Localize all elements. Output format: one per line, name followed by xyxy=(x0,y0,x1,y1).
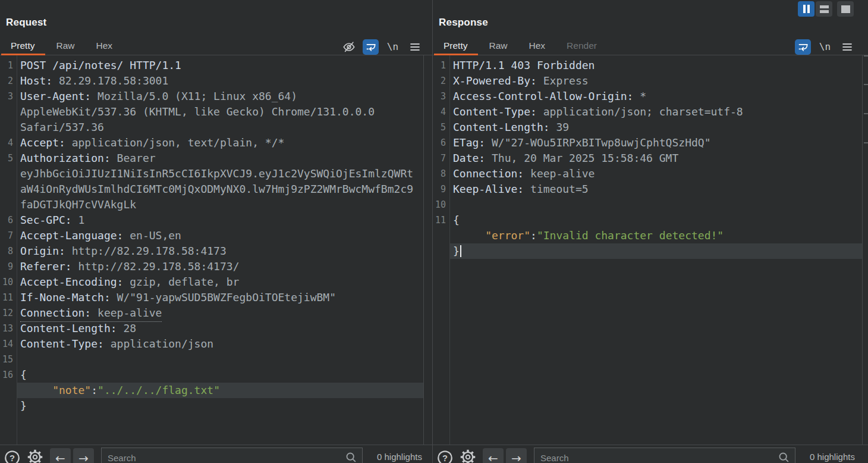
previous-match-button[interactable]: ← xyxy=(50,448,71,463)
text-caret xyxy=(460,245,461,257)
editor-row: 4Accept: application/json, text/plain, *… xyxy=(0,135,423,151)
line-number: 6 xyxy=(433,135,446,151)
editor-row: "note":"../../../flag.txt" xyxy=(0,383,423,398)
wrap-icon[interactable] xyxy=(795,39,811,55)
editor-row: 1POST /api/notes/ HTTP/1.1 xyxy=(0,58,423,73)
editor-row: 4Content-Type: application/json; charset… xyxy=(433,104,862,120)
request-panel-title: Request xyxy=(6,17,46,29)
editor-row: 11If-None-Match: W/"91-yapwSUD5BWZFegbOi… xyxy=(0,290,423,305)
editor-row: 3User-Agent: Mozilla/5.0 (X11; Linux x86… xyxy=(0,89,423,104)
help-icon[interactable]: ? xyxy=(4,450,20,463)
scroll-marker-tick xyxy=(864,55,868,57)
editor-row: 10Accept-Encoding: gzip, deflate, br xyxy=(0,274,423,290)
gear-icon[interactable] xyxy=(460,449,476,463)
line-number: 7 xyxy=(433,151,446,166)
highlights-count: 0 highlights xyxy=(810,452,855,462)
request-editor[interactable]: 1POST /api/notes/ HTTP/1.12Host: 82.29.1… xyxy=(0,55,424,445)
editor-row: 10 xyxy=(433,197,862,212)
line-number: 9 xyxy=(0,259,13,274)
response-tabs: PrettyRawHexRender xyxy=(442,37,598,55)
svg-text:?: ? xyxy=(10,453,15,463)
line-number: 3 xyxy=(0,89,13,104)
editor-row: 3Access-Control-Allow-Origin: * xyxy=(433,89,862,104)
line-number: 10 xyxy=(433,197,446,212)
editor-row: } xyxy=(0,398,423,414)
response-panel-title: Response xyxy=(439,17,488,29)
editor-row: 7Date: Thu, 20 Mar 2025 15:58:46 GMT xyxy=(433,151,862,166)
editor-row: 9Referer: http://82.29.178.58:4173/ xyxy=(0,259,423,274)
line-number: 1 xyxy=(0,58,13,73)
response-tab-row: PrettyRawHexRender \n xyxy=(433,37,868,55)
editor-row: 5Authorization: Bearer xyxy=(0,151,423,166)
scroll-marker-tick xyxy=(864,142,868,143)
gear-icon[interactable] xyxy=(27,449,43,463)
request-editor-toolbar: \n xyxy=(341,39,423,55)
response-editor[interactable]: 1HTTP/1.1 403 Forbidden2X-Powered-By: Ex… xyxy=(433,55,863,445)
scroll-marker-tick xyxy=(864,84,868,85)
editor-row: 6Sec-GPC: 1 xyxy=(0,212,423,228)
line-number: 8 xyxy=(433,166,446,182)
request-panel: Request PrettyRawHex \n 1POST /api/notes… xyxy=(0,0,432,463)
scroll-marker-tick xyxy=(864,113,868,114)
line-number: 14 xyxy=(0,336,13,352)
editor-row: faDGTJkQH7cVVAkgLk xyxy=(0,197,423,212)
editor-row: 11{ xyxy=(433,212,862,228)
editor-row: "error":"Invalid character detected!" xyxy=(433,228,862,243)
line-number: 4 xyxy=(433,104,446,120)
line-number: 9 xyxy=(433,182,446,197)
tab-raw[interactable]: Raw xyxy=(488,37,508,55)
tab-hex[interactable]: Hex xyxy=(95,37,114,55)
editor-row: 9Keep-Alive: timeout=5 xyxy=(433,182,862,197)
response-search-bar: ? ← → 0 highlights xyxy=(433,445,868,463)
editor-row: 12Connection: keep-alive xyxy=(0,305,423,321)
next-match-button[interactable]: → xyxy=(73,448,94,463)
editor-row: 16{ xyxy=(0,367,423,383)
line-number: 12 xyxy=(0,305,13,321)
editor-row: 6ETag: W/"27-WOu5IRPxBITwp8uwjCphtQSzHdQ… xyxy=(433,135,862,151)
newline-icon[interactable]: \n xyxy=(385,39,401,55)
line-number: 6 xyxy=(0,212,13,228)
editor-row: 8Connection: keep-alive xyxy=(433,166,862,182)
editor-row: 7Accept-Language: en-US,en xyxy=(0,228,423,243)
line-number: 7 xyxy=(0,228,13,243)
request-tabs: PrettyRawHex xyxy=(10,37,114,55)
search-input[interactable] xyxy=(101,448,363,463)
svg-text:?: ? xyxy=(442,453,448,463)
wrap-icon[interactable] xyxy=(363,39,379,55)
line-number: 10 xyxy=(0,274,13,290)
editor-row: } xyxy=(433,243,862,259)
tab-pretty[interactable]: Pretty xyxy=(442,37,468,55)
next-match-button[interactable]: → xyxy=(506,448,527,463)
editor-row: AppleWebKit/537.36 (KHTML, like Gecko) C… xyxy=(0,104,423,120)
line-number: 5 xyxy=(433,120,446,135)
line-number: 2 xyxy=(0,73,13,89)
editor-row: 1HTTP/1.1 403 Forbidden xyxy=(433,58,862,73)
response-editor-toolbar: \n xyxy=(795,39,855,55)
tab-pretty[interactable]: Pretty xyxy=(10,37,36,55)
previous-match-button[interactable]: ← xyxy=(483,448,504,463)
tab-raw[interactable]: Raw xyxy=(55,37,76,55)
editor-row: 5Content-Length: 39 xyxy=(433,120,862,135)
line-number: 1 xyxy=(433,58,446,73)
line-number: 13 xyxy=(0,321,13,336)
editor-row: Safari/537.36 xyxy=(0,120,423,135)
tab-hex[interactable]: Hex xyxy=(528,37,547,55)
editor-row: 14Content-Type: application/json xyxy=(0,336,423,352)
editor-row: 2Host: 82.29.178.58:3001 xyxy=(0,73,423,89)
editor-row: aW4iOnRydWUsImlhdCI6MTc0MjQxODMyNX0.lw7H… xyxy=(0,182,423,197)
line-number: 11 xyxy=(433,212,446,228)
editor-row: 15 xyxy=(0,352,423,367)
hide-icon[interactable] xyxy=(341,39,357,55)
tab-render[interactable]: Render xyxy=(565,37,598,55)
editor-row: 13Content-Length: 28 xyxy=(0,321,423,336)
menu-icon[interactable] xyxy=(407,39,423,55)
menu-icon[interactable] xyxy=(839,39,855,55)
help-icon[interactable]: ? xyxy=(437,450,453,463)
highlights-count: 0 highlights xyxy=(377,452,422,462)
scroll-marker-rail[interactable] xyxy=(863,55,868,445)
newline-icon[interactable]: \n xyxy=(817,39,833,55)
line-number: 5 xyxy=(0,151,13,166)
search-input[interactable] xyxy=(534,448,795,463)
line-number: 3 xyxy=(433,89,446,104)
request-tab-row: PrettyRawHex \n xyxy=(0,37,432,55)
